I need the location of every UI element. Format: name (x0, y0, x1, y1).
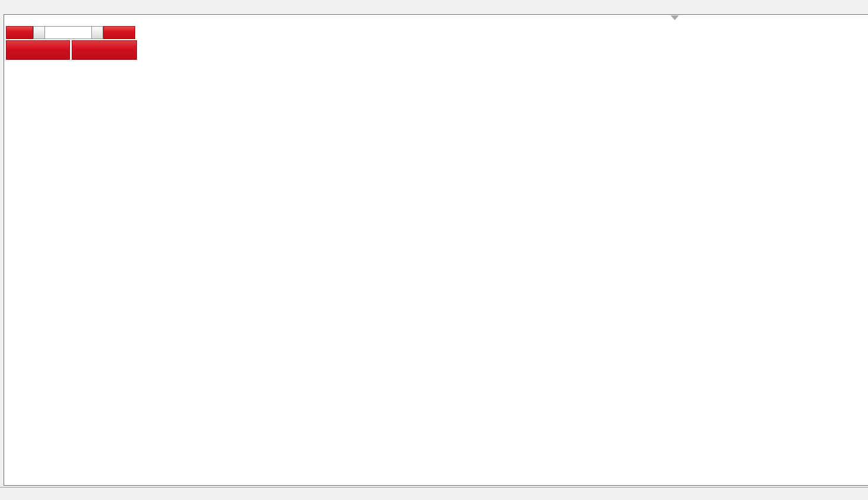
chart-title (10, 17, 17, 25)
timeframe-toolbar (0, 0, 868, 11)
chart-canvas[interactable] (4, 15, 868, 486)
buy-button[interactable] (103, 26, 135, 39)
volume-input[interactable] (45, 26, 91, 39)
chart-shift-marker-icon[interactable] (671, 15, 679, 20)
sell-button[interactable] (6, 26, 33, 39)
volume-decrease-button[interactable] (33, 26, 45, 39)
chart-window[interactable] (4, 14, 868, 486)
volume-increase-button[interactable] (91, 26, 103, 39)
one-click-trading-panel (6, 26, 138, 60)
symbol-tab-bar (0, 487, 868, 500)
sell-price-box[interactable] (6, 40, 70, 60)
buy-price-box[interactable] (72, 40, 137, 60)
